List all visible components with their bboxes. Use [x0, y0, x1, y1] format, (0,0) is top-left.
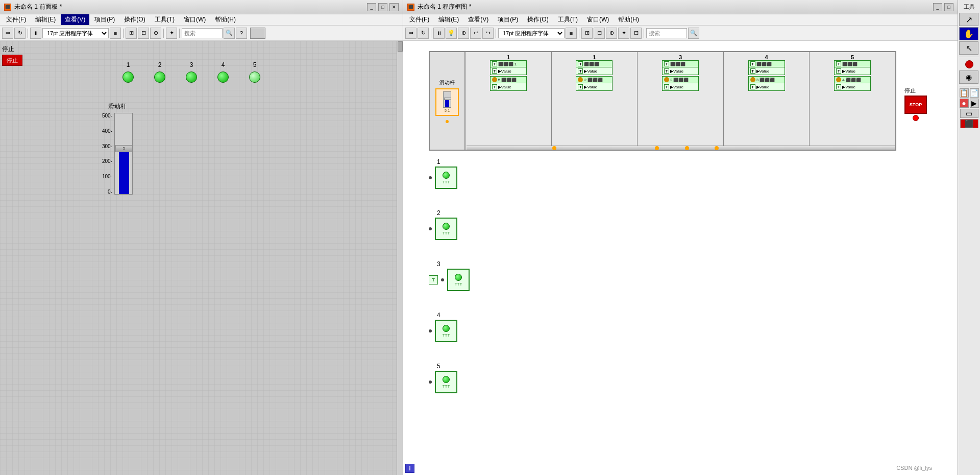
- search-btn-right[interactable]: 🔍: [688, 28, 699, 39]
- toolbar-sep2-r: [496, 29, 496, 38]
- item-green-block-1[interactable]: TTT: [435, 167, 457, 189]
- font-dropdown-right[interactable]: 17pt 应用程序字体: [498, 28, 565, 38]
- toolbar-redo-btn[interactable]: ↻: [14, 28, 26, 39]
- cell-top-block-3[interactable]: T ⬛⬛⬛ T ▶Value: [662, 60, 699, 75]
- tool-copy-btn[interactable]: 📋: [960, 88, 969, 98]
- search-input-right[interactable]: [646, 28, 687, 38]
- item-num-5: 5: [437, 363, 470, 370]
- menu-tools-left[interactable]: 工具(T): [151, 14, 179, 25]
- menu-window-right[interactable]: 窗口(W): [583, 14, 613, 25]
- cell-top-block-4[interactable]: T ⬛⬛⬛ T ▶Value: [748, 60, 785, 75]
- menu-file-right[interactable]: 文件(F): [405, 14, 433, 25]
- cell-top-block-5[interactable]: T ⬛⬛⬛ T ▶Value: [834, 60, 871, 75]
- cell-bot-block-1[interactable]: 5 ⬛⬛⬛ T ▶Value: [490, 76, 527, 91]
- cell-bot-block-5[interactable]: 4 ⬛⬛⬛ T ▶Value: [834, 76, 871, 91]
- slider-block-seq[interactable]: 5-1: [435, 88, 459, 116]
- toolbar-probe-btn-r[interactable]: ⊕: [458, 28, 469, 39]
- cell-top-block-2[interactable]: T ⬛⬛⬛ T ▶Value: [576, 60, 612, 75]
- toolbar-color-btn-r[interactable]: ✦: [618, 28, 629, 39]
- tool-stop-btn[interactable]: ⬛: [960, 119, 978, 128]
- search-input-left[interactable]: [182, 28, 223, 38]
- vertical-scrollbar[interactable]: [397, 41, 403, 475]
- tool-hand-btn[interactable]: ✋: [959, 27, 978, 40]
- toolbar-snap-btn-r[interactable]: ⊟: [594, 28, 605, 39]
- cell-num-3: 3: [679, 54, 682, 60]
- led-2[interactable]: [154, 72, 165, 83]
- toolbar-pause-btn[interactable]: ⏸: [30, 28, 41, 39]
- toolbar-step-btn-r[interactable]: ↩: [470, 28, 481, 39]
- menu-edit-left[interactable]: 编辑(E): [31, 14, 60, 25]
- toolbar-sep3-r: [579, 29, 579, 38]
- bool-box-4t: T: [750, 61, 755, 66]
- item-content-5: TTT: [429, 371, 470, 393]
- search-btn-left[interactable]: 🔍: [224, 28, 235, 39]
- slider-thumb[interactable]: 5: [115, 145, 133, 152]
- tool-select2-btn[interactable]: ▭: [960, 109, 978, 118]
- menu-operate-left[interactable]: 操作(O): [120, 14, 149, 25]
- menu-project-right[interactable]: 项目(P): [494, 14, 522, 25]
- menu-view-right[interactable]: 查看(V): [464, 14, 493, 25]
- cell-bot-block-2[interactable]: 2 ⬛⬛⬛ T ▶Value: [576, 76, 612, 91]
- menu-view-left[interactable]: 查看(V): [61, 14, 89, 25]
- toolbar-snap-btn[interactable]: ⊟: [138, 28, 149, 39]
- tool-cursor-btn[interactable]: ↗: [959, 13, 978, 26]
- item-green-block-4[interactable]: TTT: [435, 320, 457, 342]
- led-1[interactable]: [122, 72, 134, 83]
- item-led-3: [455, 274, 462, 281]
- menu-operate-right[interactable]: 操作(O): [523, 14, 552, 25]
- scrollbar-thumb[interactable]: [398, 41, 403, 52]
- menu-edit-right[interactable]: 编辑(E): [434, 14, 463, 25]
- stop-block-btn[interactable]: STOP: [904, 96, 927, 114]
- font-dropdown-left[interactable]: 17pt 应用程序字体: [42, 28, 109, 38]
- toolbar-step2-btn-r[interactable]: ↪: [482, 28, 494, 39]
- tool-play-btn[interactable]: ▶: [970, 99, 979, 108]
- menu-help-left[interactable]: 帮助(H): [211, 14, 240, 25]
- diagram-canvas[interactable]: 滑动杆 5-1 1 T ⬛: [403, 41, 958, 475]
- tool-select-btn[interactable]: ↖: [959, 41, 978, 55]
- toolbar-align-btn[interactable]: ≡: [110, 28, 121, 39]
- bool-box-3t: T: [664, 61, 669, 66]
- maximize-button[interactable]: □: [378, 3, 387, 11]
- toolbar-grid-btn-r[interactable]: ⊞: [581, 28, 593, 39]
- led-5[interactable]: [249, 72, 260, 83]
- minimize-button[interactable]: _: [367, 3, 376, 11]
- led-4[interactable]: [217, 72, 229, 83]
- toolbar-grid-btn[interactable]: ⊞: [126, 28, 137, 39]
- front-panel-canvas[interactable]: 停止 停止 1 2 3 4 5: [0, 41, 403, 475]
- toolbar-pause-btn-r[interactable]: ⏸: [433, 28, 445, 39]
- stop-button-left[interactable]: 停止: [2, 55, 22, 66]
- led-3[interactable]: [186, 72, 197, 83]
- right-minimize-btn[interactable]: _: [933, 3, 942, 11]
- item-green-block-3[interactable]: TTT: [447, 269, 470, 291]
- cell-bot-block-4[interactable]: 3 ⬛⬛⬛ T ▶Value: [748, 76, 785, 91]
- toolbar-cleanup-btn[interactable]: ⊕: [150, 28, 161, 39]
- menu-project-left[interactable]: 项目(P): [90, 14, 119, 25]
- help-btn-left[interactable]: ?: [236, 28, 247, 39]
- cell-bot-block-3[interactable]: 2 ⬛⬛⬛ T ▶Value: [662, 76, 699, 91]
- item-green-block-2[interactable]: TTT: [435, 218, 457, 240]
- right-toolbar: ⇒ ↻ ⏸ 💡 ⊕ ↩ ↪ 17pt 应用程序字体 ≡ ⊞ ⊟ ⊕ ✦ ⊟ 🔍: [403, 26, 958, 41]
- menu-tools-right[interactable]: 工具(T): [554, 14, 582, 25]
- item-green-block-5[interactable]: TTT: [435, 371, 457, 393]
- tool-record-btn[interactable]: ●: [960, 99, 969, 108]
- toolbar-color-btn[interactable]: ✦: [166, 28, 177, 39]
- toolbar-align-btn-r[interactable]: ≡: [566, 28, 577, 39]
- slider-track[interactable]: 5: [114, 113, 133, 195]
- tool-paste-btn[interactable]: 📄: [970, 88, 979, 98]
- toolbar-arrow-btn[interactable]: ⇒: [2, 28, 13, 39]
- toolbar-arrow-btn-r[interactable]: ⇒: [405, 28, 416, 39]
- info-badge[interactable]: i: [405, 464, 414, 473]
- toolbar-light-btn-r[interactable]: 💡: [446, 28, 457, 39]
- cell-bot-header-5: 4 ⬛⬛⬛: [835, 77, 870, 83]
- tool-red-btn[interactable]: [965, 60, 973, 68]
- toolbar-cleanup-btn-r[interactable]: ⊕: [606, 28, 617, 39]
- toolbar-redo-btn-r[interactable]: ↻: [418, 28, 429, 39]
- menu-file-left[interactable]: 文件(F): [2, 14, 30, 25]
- right-maximize-btn[interactable]: □: [944, 3, 953, 11]
- toolbar-extra-btn-r[interactable]: ⊟: [630, 28, 642, 39]
- cell-top-block-1[interactable]: T ⬛⬛⬛ 1 T ▶Value: [490, 60, 527, 75]
- tool-speaker-btn[interactable]: ◉: [959, 70, 978, 84]
- close-button[interactable]: ✕: [389, 3, 399, 11]
- menu-window-left[interactable]: 窗口(W): [180, 14, 210, 25]
- menu-help-right[interactable]: 帮助(H): [614, 14, 643, 25]
